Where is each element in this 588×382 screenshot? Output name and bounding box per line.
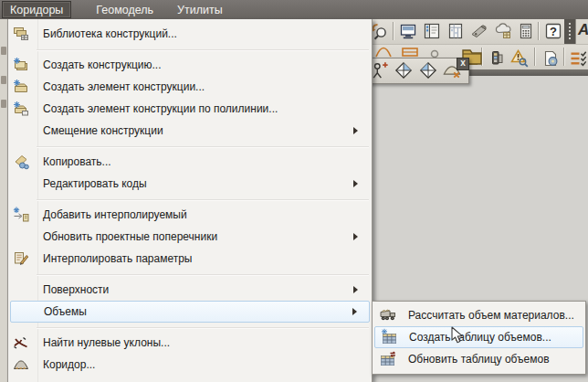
menu-item-copy[interactable]: Копировать... bbox=[10, 151, 370, 173]
menu-item-find-zero-slopes[interactable]: Найти нулевые уклоны... bbox=[10, 332, 370, 354]
cloud-panel-icon bbox=[494, 22, 512, 40]
menu-item-assembly-library[interactable]: Библиотека конструкций... bbox=[10, 23, 370, 45]
submenu-arrow-icon bbox=[352, 308, 357, 315]
hidden-toolbar-icon-fragment bbox=[375, 46, 392, 58]
calculator-button[interactable] bbox=[515, 20, 537, 42]
create-volume-table-icon bbox=[380, 328, 398, 346]
menu-item-create-assembly[interactable]: Создать конструкцию... bbox=[10, 54, 370, 76]
panorama-button[interactable] bbox=[445, 20, 467, 42]
close-icon[interactable]: x bbox=[457, 58, 469, 70]
menu-separator bbox=[37, 274, 369, 275]
create-assembly-icon bbox=[13, 57, 29, 73]
update-volume-table-icon bbox=[379, 350, 397, 368]
menu-item-label: Создать элемент конструкции по полилинии… bbox=[43, 102, 278, 115]
menu-item-label: Интерполировать параметры bbox=[43, 252, 193, 265]
menu-separator bbox=[37, 146, 369, 147]
menu-item-label: Коридор... bbox=[43, 358, 95, 371]
menu-item-surfaces[interactable]: Поверхности bbox=[10, 279, 370, 301]
check-drawing-button[interactable] bbox=[509, 48, 530, 69]
hidden-toolbar-icon-fragment bbox=[429, 48, 440, 58]
menu-item-label: Найти нулевые уклоны... bbox=[43, 336, 170, 349]
parcel-tool-button[interactable] bbox=[394, 60, 414, 80]
cloud-panel-button[interactable] bbox=[492, 20, 514, 42]
menu-item-label: Создать элемент конструкции... bbox=[43, 80, 205, 93]
menu-item-label: Создать конструкцию... bbox=[43, 58, 162, 71]
add-interpolated-icon bbox=[13, 207, 29, 223]
menu-item-corridor[interactable]: Коридор... bbox=[10, 354, 370, 376]
kite-boundary-icon bbox=[394, 61, 413, 80]
kite-boundary-icon-2 bbox=[419, 61, 437, 80]
submenu-arrow-icon bbox=[353, 127, 358, 134]
warning-search-icon bbox=[509, 48, 530, 69]
display-window-button[interactable] bbox=[397, 20, 419, 42]
submenu-item-compute-materials[interactable]: Рассчитать объем материалов... bbox=[374, 304, 583, 326]
mouse-cursor bbox=[451, 326, 464, 345]
corridors-menu: Библиотека конструкций... Создать констр… bbox=[7, 19, 373, 382]
menu-item-rebuild-sections[interactable]: Обновить проектные поперечники bbox=[10, 226, 370, 248]
event-viewer-button[interactable] bbox=[486, 48, 508, 69]
left-toolbar-fragment bbox=[1, 100, 6, 108]
traffic-signals-icon bbox=[488, 49, 506, 68]
menu-item-edit-codes[interactable]: Редактировать коды bbox=[10, 173, 370, 195]
sharpener-icon bbox=[470, 22, 488, 40]
menu-item-volumes[interactable]: Объемы bbox=[10, 301, 370, 323]
submenu-item-update-volume-table[interactable]: Обновить таблицу объемов bbox=[374, 348, 583, 370]
menu-item-label: Копировать... bbox=[43, 155, 111, 168]
app-window: { "menubar": { "items": [ { "label": "Ко… bbox=[0, 0, 588, 382]
create-subassembly-icon bbox=[13, 79, 29, 95]
interpolate-parameters-icon bbox=[13, 250, 29, 267]
submenu-item-label: Создать таблицу объемов... bbox=[409, 331, 551, 344]
toolbar-separator bbox=[538, 22, 540, 40]
menu-separator bbox=[37, 199, 369, 200]
menu-item-label: Библиотека конструкций... bbox=[43, 27, 177, 40]
menubar-item-utilities[interactable]: Утилиты bbox=[169, 1, 231, 18]
menu-item-create-subassembly[interactable]: Создать элемент конструкции... bbox=[10, 76, 370, 98]
menu-item-assembly-offset[interactable]: Смещение конструкции bbox=[10, 120, 370, 142]
help-glyph: ? bbox=[550, 25, 557, 38]
checklist-button[interactable] bbox=[568, 48, 588, 69]
toolbar-grip-handle[interactable] bbox=[569, 23, 571, 40]
menubar-item-corridors[interactable]: Коридоры bbox=[2, 1, 71, 18]
floating-toolbar: x bbox=[367, 58, 469, 84]
page-cd-icon bbox=[541, 49, 560, 68]
menubar-item-geomodel[interactable]: Геомодель bbox=[88, 1, 162, 18]
monitor-icon bbox=[399, 22, 417, 40]
menu-item-create-subassembly-from-polyline[interactable]: Создать элемент конструкции по полилинии… bbox=[10, 98, 370, 120]
add-point-icon bbox=[371, 61, 389, 80]
copy-icon bbox=[13, 154, 29, 170]
toolbar-dock-gap bbox=[564, 19, 575, 44]
submenu-item-create-volume-table[interactable]: Создать таблицу объемов... bbox=[374, 326, 583, 348]
parcel-tool-button-2[interactable] bbox=[418, 60, 438, 80]
submenu-arrow-icon bbox=[353, 233, 358, 240]
menu-item-label: Объемы bbox=[44, 305, 87, 318]
toolbar-separator bbox=[563, 48, 565, 66]
eraser-tool-button[interactable] bbox=[468, 20, 490, 42]
toolbar-separator bbox=[393, 22, 394, 40]
left-toolbar-fragment bbox=[1, 76, 6, 84]
submenu-item-label: Обновить таблицу объемов bbox=[408, 353, 550, 366]
calculator-icon bbox=[517, 22, 535, 40]
menu-separator bbox=[37, 49, 369, 50]
toolspace-button[interactable] bbox=[421, 20, 443, 42]
grid-panel-icon bbox=[446, 22, 465, 40]
checklist-icon bbox=[570, 49, 588, 69]
menu-item-label: Смещение конструкции bbox=[43, 124, 163, 137]
help-button[interactable]: ? bbox=[542, 20, 564, 42]
menu-item-label: Поверхности bbox=[43, 283, 109, 296]
submenu-arrow-icon bbox=[353, 286, 358, 293]
volumes-submenu: Рассчитать объем материалов... Создать т… bbox=[372, 301, 586, 375]
add-point-button[interactable] bbox=[370, 60, 390, 80]
menu-bar: Коридоры Геомодель Утилиты bbox=[0, 0, 588, 19]
find-zero-slopes-icon bbox=[13, 334, 29, 351]
create-subassembly-from-polyline-icon bbox=[13, 101, 29, 117]
compute-materials-icon bbox=[379, 306, 397, 324]
export-data-button[interactable] bbox=[540, 48, 562, 69]
menu-item-add-interpolated[interactable]: Добавить интерполируемый bbox=[10, 204, 370, 226]
menu-item-label: Редактировать коды bbox=[43, 177, 147, 190]
menu-item-label: Добавить интерполируемый bbox=[43, 208, 187, 221]
assembly-library-icon bbox=[13, 26, 29, 42]
menu-item-interpolate-parameters[interactable]: Интерполировать параметры bbox=[10, 248, 370, 270]
partial-toolbar-button[interactable]: A bbox=[575, 19, 588, 44]
toolbar-separator bbox=[534, 48, 536, 66]
left-toolbar-fragment bbox=[1, 47, 6, 55]
